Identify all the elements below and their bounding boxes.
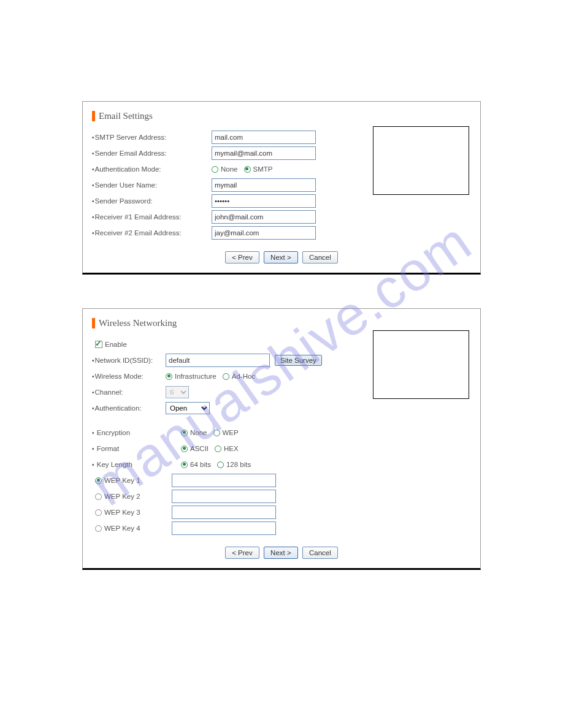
auth-smtp-radio[interactable]: SMTP xyxy=(244,165,273,173)
enable-checkbox[interactable]: Enable xyxy=(95,341,127,348)
fmt-hex-radio[interactable]: HEX xyxy=(215,445,239,452)
mode-adhoc-label: Ad-Hoc xyxy=(232,373,255,380)
fmt-ascii-radio[interactable]: ASCII xyxy=(181,445,209,452)
wep-key-3-label: WEP Key 3 xyxy=(104,509,140,516)
auth-none-label: None xyxy=(221,165,238,173)
radio-icon xyxy=(181,446,188,452)
receiver1-label: Receiver #1 Email Address: xyxy=(92,213,212,221)
sender-user-input[interactable] xyxy=(212,178,316,192)
authentication-label: Authentication: xyxy=(92,404,166,412)
wireless-panel: Wireless Networking Enable Network ID(SS… xyxy=(82,308,481,570)
button-row: < Prev Next > Cancel xyxy=(83,547,480,559)
mode-infra-radio[interactable]: Infrastructure xyxy=(166,373,216,380)
auth-smtp-label: SMTP xyxy=(253,165,273,173)
radio-icon xyxy=(95,509,102,516)
sender-pass-label: Sender Password: xyxy=(92,197,212,205)
wep-key-3-radio[interactable]: WEP Key 3 xyxy=(95,509,166,516)
channel-select: 6 xyxy=(166,386,189,398)
authentication-select[interactable]: Open xyxy=(166,402,210,414)
mode-infra-label: Infrastructure xyxy=(175,373,216,380)
wep-key-1-input[interactable] xyxy=(172,474,276,487)
enc-none-radio[interactable]: None xyxy=(181,429,207,436)
email-settings-panel: Email Settings SMTP Server Address: Send… xyxy=(82,101,481,275)
fmt-hex-label: HEX xyxy=(224,445,239,452)
keylen-label: Key Length xyxy=(92,461,166,468)
ssid-label: Network ID(SSID): xyxy=(92,357,166,364)
next-button[interactable]: Next > xyxy=(264,251,298,264)
ssid-input[interactable] xyxy=(166,354,270,367)
wireless-title: Wireless Networking xyxy=(92,318,471,328)
keylen-64-radio[interactable]: 64 bits xyxy=(181,461,211,468)
sender-user-label: Sender User Name: xyxy=(92,181,212,189)
email-settings-title: Email Settings xyxy=(92,111,471,121)
enc-none-label: None xyxy=(190,429,207,436)
button-row: < Prev Next > Cancel xyxy=(83,251,480,264)
enc-wep-radio[interactable]: WEP xyxy=(213,429,239,436)
cancel-button[interactable]: Cancel xyxy=(302,251,338,264)
prev-button[interactable]: < Prev xyxy=(225,251,259,264)
encryption-label: Encryption xyxy=(92,429,166,436)
receiver1-input[interactable] xyxy=(212,210,316,224)
radio-icon xyxy=(212,166,218,173)
wep-key-2-label: WEP Key 2 xyxy=(104,493,140,500)
radio-icon xyxy=(95,477,102,484)
channel-label: Channel: xyxy=(92,389,166,396)
prev-button[interactable]: < Prev xyxy=(225,547,259,559)
smtp-label: SMTP Server Address: xyxy=(92,134,212,141)
wep-key-1-radio[interactable]: WEP Key 1 xyxy=(95,477,166,484)
wep-key-2-radio[interactable]: WEP Key 2 xyxy=(95,493,166,500)
radio-icon xyxy=(217,461,224,468)
preview-box xyxy=(373,330,469,399)
radio-icon xyxy=(95,493,102,500)
auth-mode-label: Authentication Mode: xyxy=(92,165,212,173)
receiver2-label: Receiver #2 Email Address: xyxy=(92,229,212,237)
wireless-mode-label: Wireless Mode: xyxy=(92,373,166,380)
radio-icon xyxy=(244,166,251,173)
wep-key-4-label: WEP Key 4 xyxy=(104,525,140,532)
sender-pass-input[interactable] xyxy=(212,194,316,208)
wep-key-3-input[interactable] xyxy=(172,506,276,519)
sender-email-label: Sender Email Address: xyxy=(92,150,212,157)
fmt-ascii-label: ASCII xyxy=(190,445,209,452)
receiver2-input[interactable] xyxy=(212,226,316,240)
wep-key-2-input[interactable] xyxy=(172,490,276,503)
cancel-button[interactable]: Cancel xyxy=(302,547,338,559)
radio-icon xyxy=(95,525,102,532)
enc-wep-label: WEP xyxy=(223,429,239,436)
radio-icon xyxy=(181,430,188,436)
auth-none-radio[interactable]: None xyxy=(212,165,238,173)
sender-email-input[interactable] xyxy=(212,146,316,160)
keylen-128-radio[interactable]: 128 bits xyxy=(217,461,251,468)
radio-icon xyxy=(223,373,229,380)
site-survey-button[interactable]: Site Survey xyxy=(275,355,322,366)
radio-icon xyxy=(215,446,221,452)
mode-adhoc-radio[interactable]: Ad-Hoc xyxy=(223,373,255,380)
preview-box xyxy=(373,126,469,195)
enable-label: Enable xyxy=(105,341,127,348)
next-button[interactable]: Next > xyxy=(264,547,298,559)
keylen-64-label: 64 bits xyxy=(190,461,211,468)
radio-icon xyxy=(181,461,188,468)
wep-key-1-label: WEP Key 1 xyxy=(104,477,140,484)
wep-key-4-input[interactable] xyxy=(172,521,276,535)
radio-icon xyxy=(213,430,220,436)
format-label: Format xyxy=(92,445,166,452)
check-icon xyxy=(95,341,102,348)
keylen-128-label: 128 bits xyxy=(226,461,251,468)
smtp-input[interactable] xyxy=(212,131,316,144)
wep-key-4-radio[interactable]: WEP Key 4 xyxy=(95,525,166,532)
radio-icon xyxy=(166,373,172,380)
